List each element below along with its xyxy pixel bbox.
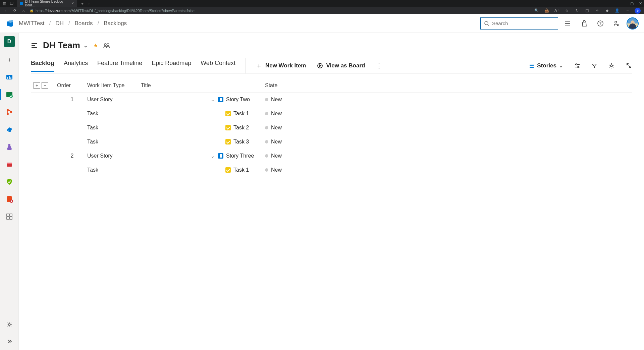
extension1-icon[interactable]: ◆	[604, 8, 610, 13]
nav-testplans-icon[interactable]	[4, 141, 15, 152]
project-avatar[interactable]: D	[4, 36, 15, 47]
zoom-icon[interactable]: 🔍	[534, 8, 539, 13]
maximize-icon[interactable]: ▢	[630, 1, 634, 6]
expand-nav-icon[interactable]	[4, 336, 15, 347]
address-bar[interactable]: 🔒 https://dev.azure.com/MWITTest/DH/_bac…	[30, 9, 531, 13]
type-cell: Task	[87, 167, 134, 173]
favorite-icon[interactable]: ☆	[564, 8, 570, 13]
profile-icon[interactable]: 👤	[614, 8, 620, 13]
new-work-item-button[interactable]: ＋ New Work Item	[256, 62, 306, 70]
tab-overview-icon[interactable]: ❐	[9, 1, 14, 6]
tab-backlog[interactable]: Backlog	[31, 60, 54, 72]
breadcrumb-area[interactable]: Boards	[75, 20, 93, 27]
view-as-board-button[interactable]: View as Board	[317, 62, 365, 69]
more-icon[interactable]: ⋯	[625, 8, 630, 13]
nav-wiki-icon[interactable]	[4, 194, 15, 205]
row-expand-chevron-icon[interactable]: ⌄	[211, 153, 215, 159]
close-window-icon[interactable]: ✕	[639, 1, 642, 6]
breadcrumb-page[interactable]: Backlogs	[104, 20, 127, 27]
nav-compliance-icon[interactable]	[4, 176, 15, 187]
state-cell: New	[265, 139, 305, 145]
work-items-icon[interactable]	[562, 17, 574, 30]
nav-overview-icon[interactable]	[4, 72, 15, 82]
favorite-star-icon[interactable]: ★	[93, 42, 98, 49]
svg-point-29	[107, 44, 109, 46]
column-state[interactable]: State	[265, 82, 305, 89]
nav-artifacts-icon[interactable]	[4, 159, 15, 170]
state-cell: New	[265, 167, 305, 173]
shopping-icon[interactable]: 👜	[544, 8, 549, 13]
search-input[interactable]	[492, 20, 554, 26]
table-row[interactable]: 1User Story⌄Story TwoNew	[31, 93, 632, 107]
column-type[interactable]: Work Item Type	[87, 82, 134, 89]
column-options-icon[interactable]	[574, 63, 580, 68]
back-icon[interactable]: ←	[3, 8, 9, 13]
new-item-button[interactable]: ＋	[4, 54, 15, 65]
state-cell: New	[265, 153, 305, 159]
breadcrumb-org[interactable]: MWITTest	[19, 20, 45, 27]
title-cell[interactable]: Task 2	[218, 125, 265, 131]
project-settings-icon[interactable]	[4, 319, 15, 330]
avatar[interactable]	[627, 17, 639, 30]
tab-actions-chevron[interactable]: ⌄	[88, 2, 90, 5]
column-title[interactable]: Title	[141, 82, 265, 89]
read-aloud-icon[interactable]: A⁺	[554, 8, 559, 13]
state-dot-icon	[265, 154, 268, 158]
tab-feature-timeline[interactable]: Feature Timeline	[97, 60, 142, 72]
azure-devops-logo[interactable]	[5, 19, 15, 28]
home-icon[interactable]: ⌂	[21, 8, 26, 13]
collapse-all-button[interactable]: −	[42, 82, 48, 89]
chevron-down-icon: ⌄	[559, 63, 563, 68]
title-cell[interactable]: Task 1	[218, 111, 265, 117]
expand-all-button[interactable]: +	[34, 82, 40, 89]
browser-tab[interactable]: DH Team Stories Backlog - Boar… ×	[17, 0, 77, 7]
close-tab-icon[interactable]: ×	[71, 1, 74, 6]
breadcrumb-project[interactable]: DH	[55, 20, 64, 27]
svg-point-27	[8, 324, 10, 326]
table-row[interactable]: TaskTask 1New	[31, 163, 632, 177]
backlog-level-dropdown[interactable]: Stories ⌄	[529, 62, 563, 69]
nav-boards-icon[interactable]	[4, 89, 15, 100]
table-row[interactable]: 2User Story⌄Story ThreeNew	[31, 149, 632, 163]
task-icon	[225, 167, 231, 173]
team-title-text: DH Team	[43, 40, 80, 51]
work-item-title: Task 2	[233, 125, 249, 131]
sync-icon[interactable]: ↻	[574, 8, 580, 13]
refresh-icon[interactable]: ⟳	[12, 8, 17, 13]
more-actions-icon[interactable]: ⋮	[376, 62, 382, 70]
split-icon[interactable]: ◫	[584, 8, 590, 13]
team-members-icon[interactable]	[103, 43, 110, 48]
table-row[interactable]: TaskTask 2New	[31, 121, 632, 135]
search-box[interactable]	[480, 17, 558, 30]
nav-pipelines-icon[interactable]	[4, 124, 15, 135]
title-cell[interactable]: Story Three	[218, 153, 265, 159]
help-icon[interactable]: ?	[594, 17, 606, 30]
title-cell[interactable]: Story Two	[218, 97, 265, 103]
title-cell[interactable]: Task 1	[218, 167, 265, 173]
user-settings-icon[interactable]	[610, 17, 623, 30]
tab-analytics[interactable]: Analytics	[64, 60, 88, 72]
svg-point-15	[7, 109, 9, 111]
tab-epic-roadmap[interactable]: Epic Roadmap	[152, 60, 191, 72]
title-cell[interactable]: Task 3	[218, 139, 265, 145]
column-order[interactable]: Order	[57, 82, 87, 89]
toggle-side-panel-icon[interactable]	[31, 43, 38, 49]
new-tab-button[interactable]: ＋	[80, 1, 84, 6]
bing-chat-icon[interactable]: b	[635, 8, 641, 14]
team-picker[interactable]: DH Team ⌄	[43, 40, 88, 51]
table-row[interactable]: TaskTask 3New	[31, 135, 632, 149]
row-expand-chevron-icon[interactable]: ⌄	[211, 97, 215, 102]
table-row[interactable]: TaskTask 1New	[31, 107, 632, 121]
fullscreen-icon[interactable]	[626, 63, 632, 69]
settings-icon[interactable]	[608, 63, 614, 69]
order-cell: 2	[57, 153, 87, 159]
minimize-icon[interactable]: —	[621, 1, 625, 6]
collections-icon[interactable]: ✧	[594, 8, 600, 13]
window-menu-icon[interactable]: ▥	[2, 1, 7, 6]
nav-repos-icon[interactable]	[4, 107, 15, 117]
marketplace-icon[interactable]	[578, 17, 590, 30]
tab-web-context[interactable]: Web Context	[201, 60, 235, 72]
filter-icon[interactable]	[592, 63, 597, 68]
nav-dashboards-icon[interactable]	[4, 211, 15, 222]
svg-rect-12	[10, 77, 11, 79]
